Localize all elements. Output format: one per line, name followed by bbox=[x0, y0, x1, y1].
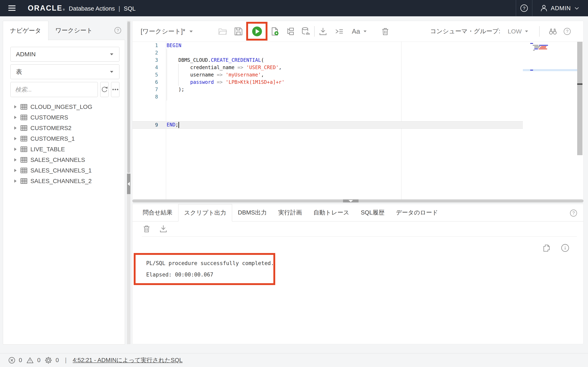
tree-row-sales-channels-2[interactable]: SALES_CHANNELS_2 bbox=[3, 176, 125, 186]
user-menu[interactable]: ADMIN bbox=[532, 0, 588, 16]
editor-scrollbar[interactable] bbox=[577, 42, 582, 155]
sidebar-scrollbar[interactable] bbox=[127, 22, 130, 173]
status-warnings[interactable]: 0 bbox=[26, 357, 40, 364]
sidebar-help-button[interactable]: ? bbox=[114, 26, 122, 34]
font-size-button[interactable]: Aa bbox=[352, 27, 367, 36]
worksheet-toolbar: [ワークシート]* bbox=[132, 21, 583, 42]
tree-row-live-table[interactable]: LIVE_TABLE bbox=[3, 144, 125, 155]
code-line-1[interactable]: 1 BEGIN bbox=[132, 42, 523, 49]
tab-explain-plan[interactable]: 実行計画 bbox=[273, 204, 308, 221]
minimap-line bbox=[541, 46, 546, 47]
oracle-logo: ORACLE bbox=[28, 4, 62, 12]
status-tasks[interactable]: 0 bbox=[44, 356, 59, 364]
clear-worksheet-button[interactable] bbox=[380, 27, 390, 36]
caret-right-icon[interactable] bbox=[13, 136, 17, 141]
table-icon bbox=[20, 104, 27, 110]
caret-right-icon[interactable] bbox=[13, 157, 17, 162]
search-input[interactable] bbox=[10, 82, 98, 97]
tab-label: SQL履歴 bbox=[361, 209, 384, 217]
tab-navigator[interactable]: ナビゲータ bbox=[3, 21, 48, 40]
table-icon bbox=[20, 167, 27, 174]
header-help-button[interactable]: ? bbox=[516, 0, 532, 16]
minimap-line bbox=[534, 49, 538, 49]
tree-row-cloud-ingest-log[interactable]: CLOUD_INGEST_LOG bbox=[3, 101, 125, 112]
line-number: 2 bbox=[132, 50, 166, 56]
tree-row-customers-1[interactable]: CUSTOMERS_1 bbox=[3, 133, 125, 144]
code-line-9[interactable]: 9 END; bbox=[132, 121, 523, 129]
run-script-button[interactable] bbox=[270, 27, 279, 36]
format-icon bbox=[335, 27, 344, 36]
output-toolbar bbox=[142, 224, 168, 234]
results-help-button[interactable]: ? bbox=[570, 209, 578, 217]
code-line-2[interactable]: 2 bbox=[132, 49, 523, 57]
find-button[interactable] bbox=[548, 27, 558, 36]
caret-right-icon[interactable] bbox=[13, 147, 17, 152]
download-output-button[interactable] bbox=[159, 224, 168, 234]
code-editor[interactable]: 1 BEGIN 2 3 DBMS_CLOUD.CREATE_CREDENTIAL… bbox=[132, 42, 583, 201]
menu-button[interactable] bbox=[6, 2, 18, 14]
tree-row-customers2[interactable]: CUSTOMERS2 bbox=[3, 123, 125, 133]
explain-plan-button[interactable] bbox=[286, 27, 295, 36]
code-text: password => 'LPB>Ktk(1M1SD+a]+r' bbox=[166, 79, 285, 85]
tree-row-sales-channels-1[interactable]: SALES_CHANNELS_1 bbox=[3, 165, 125, 176]
format-button[interactable] bbox=[335, 27, 344, 36]
worksheet-selector[interactable]: [ワークシート]* bbox=[141, 27, 193, 36]
search-row bbox=[10, 82, 120, 97]
open-file-button[interactable] bbox=[218, 27, 227, 36]
code-line-8[interactable]: 8 bbox=[132, 93, 523, 100]
tab-query-result[interactable]: 問合せ結果 bbox=[137, 204, 178, 221]
more-options-button[interactable] bbox=[111, 82, 120, 97]
code-line-4[interactable]: 4 credential_name => 'USER_CRED', bbox=[132, 64, 523, 71]
worksheet-help-button[interactable]: ? bbox=[562, 27, 572, 36]
tab-label: DBMS出力 bbox=[238, 209, 267, 217]
caret-right-icon[interactable] bbox=[13, 179, 17, 184]
tab-script-output[interactable]: スクリプト出力 bbox=[178, 204, 232, 221]
consumer-group-select[interactable]: LOW bbox=[508, 28, 528, 35]
tree-row-label: SALES_CHANNELS_2 bbox=[30, 178, 92, 184]
caret-right-icon[interactable] bbox=[13, 125, 17, 131]
schema-select[interactable]: ADMIN bbox=[10, 47, 120, 62]
save-button[interactable] bbox=[234, 27, 243, 36]
panel-collapse-handle[interactable] bbox=[343, 200, 359, 202]
product-name: Database Actions bbox=[69, 5, 115, 12]
run-script-icon bbox=[270, 27, 279, 36]
tab-dbms-output[interactable]: DBMS出力 bbox=[232, 204, 273, 221]
status-errors[interactable]: 0 bbox=[8, 357, 22, 364]
output-info-button[interactable] bbox=[561, 243, 570, 253]
code-line-3[interactable]: 3 DBMS_CLOUD.CREATE_CREDENTIAL( bbox=[132, 57, 523, 64]
run-button-wrap bbox=[252, 26, 262, 36]
play-icon bbox=[256, 29, 259, 34]
code-line-6[interactable]: 6 password => 'LPB>Ktk(1M1SD+a]+r' bbox=[132, 78, 523, 86]
run-statement-button[interactable] bbox=[252, 26, 262, 36]
sidebar-collapse-handle[interactable] bbox=[127, 174, 130, 194]
line-number: 7 bbox=[132, 87, 166, 92]
tree-row-customers[interactable]: CUSTOMERS bbox=[3, 112, 125, 123]
code-line-5[interactable]: 5 username => 'myUsername', bbox=[132, 71, 523, 78]
code-line-7[interactable]: 7 ); bbox=[132, 86, 523, 93]
tab-worksheet[interactable]: ワークシート bbox=[48, 21, 100, 40]
object-type-select[interactable]: 表 bbox=[10, 64, 120, 79]
autotrace-button[interactable] bbox=[301, 27, 311, 36]
app-name: SQL bbox=[124, 5, 136, 12]
tree-row-sales-channels[interactable]: SALES_CHANNELS bbox=[3, 155, 125, 165]
tab-autotrace[interactable]: 自動トレース bbox=[308, 204, 355, 221]
minimap-line bbox=[530, 70, 533, 71]
editor-scrollbar-thumb[interactable] bbox=[577, 83, 582, 85]
download-icon bbox=[318, 27, 328, 36]
download-editor-button[interactable] bbox=[318, 27, 328, 36]
caret-right-icon[interactable] bbox=[13, 168, 17, 173]
caret-right-icon[interactable] bbox=[13, 104, 17, 109]
consumer-group-value: LOW bbox=[508, 28, 522, 35]
caret-right-icon[interactable] bbox=[13, 115, 17, 120]
editor-minimap[interactable] bbox=[530, 42, 577, 57]
tab-data-load[interactable]: データのロード bbox=[390, 204, 444, 221]
code-text: credential_name => 'USER_CRED', bbox=[166, 65, 282, 70]
tab-sql-history[interactable]: SQL履歴 bbox=[355, 204, 390, 221]
panel-splitter[interactable] bbox=[132, 200, 584, 202]
copy-output-button[interactable] bbox=[542, 243, 551, 253]
last-executed-sql-link[interactable]: 4:52:21 - ADMINによって実行されたSQL bbox=[73, 356, 182, 364]
clear-output-button[interactable] bbox=[142, 224, 151, 234]
minimap-line bbox=[533, 50, 535, 50]
sidebar-splitter[interactable] bbox=[127, 21, 130, 344]
refresh-button[interactable] bbox=[100, 82, 109, 97]
